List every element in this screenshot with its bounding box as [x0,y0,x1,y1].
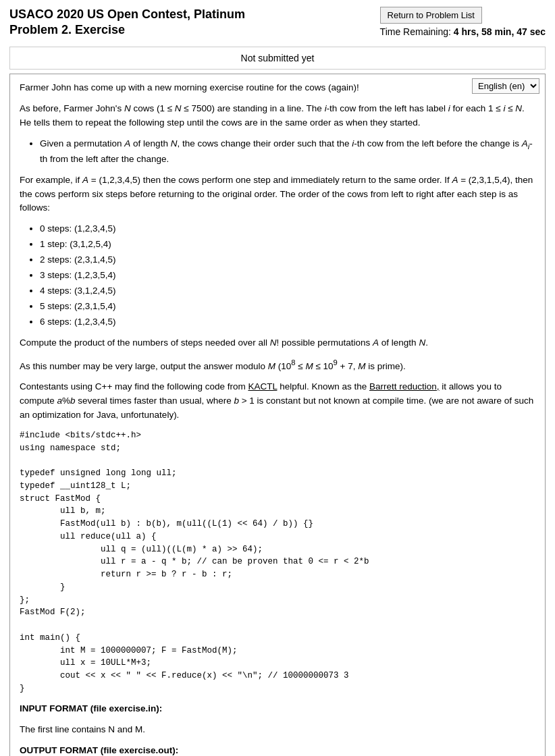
problem-text: Farmer John has come up with a new morni… [20,81,535,756]
code-block: #include <bits/stdc++.h> using namespace… [20,429,535,695]
time-remaining: Time Remaining: 4 hrs, 58 min, 47 sec [380,26,546,37]
step-1: 1 step: (3,1,2,5,4) [40,238,535,252]
output-format-header: OUTPUT FORMAT (file exercise.out): [20,744,535,756]
submission-status: Not submitted yet [9,47,546,70]
step-0: 0 steps: (1,2,3,4,5) [40,222,535,236]
step-2: 2 steps: (2,3,1,4,5) [40,253,535,267]
step-6: 6 steps: (1,2,3,4,5) [40,315,535,329]
paragraph-3: Compute the product of the numbers of st… [20,336,535,350]
paragraph-4: As this number may be very large, output… [20,357,535,373]
problem-title: USACO 2020 US Open Contest, PlatinumProb… [9,7,245,38]
paragraph-2: For example, if A = (1,2,3,4,5) then the… [20,173,535,216]
page-header: USACO 2020 US Open Contest, PlatinumProb… [0,0,555,43]
input-format-header: INPUT FORMAT (file exercise.in): [20,702,535,716]
barrett-link[interactable]: Barrett reduction, [369,381,440,392]
language-selector[interactable]: English (en) [472,78,539,94]
bullet-item-1: Given a permutation A of length N, the c… [40,137,535,167]
paragraph-5: Contestants using C++ may find the follo… [20,380,535,423]
step-3: 3 steps: (1,2,3,5,4) [40,269,535,283]
intro-paragraph: Farmer John has come up with a new morni… [20,81,535,95]
return-button[interactable]: Return to Problem List [380,7,482,24]
steps-list: 0 steps: (1,2,3,4,5) 1 step: (3,1,2,5,4)… [40,222,535,329]
paragraph-1: As before, Farmer John's N cows (1 ≤ N ≤… [20,102,535,130]
problem-content: English (en) Farmer John has come up wit… [9,74,546,756]
header-right: Return to Problem List Time Remaining: 4… [380,7,546,37]
kactl-link[interactable]: KACTL [248,381,277,392]
step-4: 4 steps: (3,1,2,4,5) [40,284,535,298]
input-format-text: The first line contains N and M. [20,723,535,737]
step-5: 5 steps: (2,3,1,5,4) [40,300,535,314]
